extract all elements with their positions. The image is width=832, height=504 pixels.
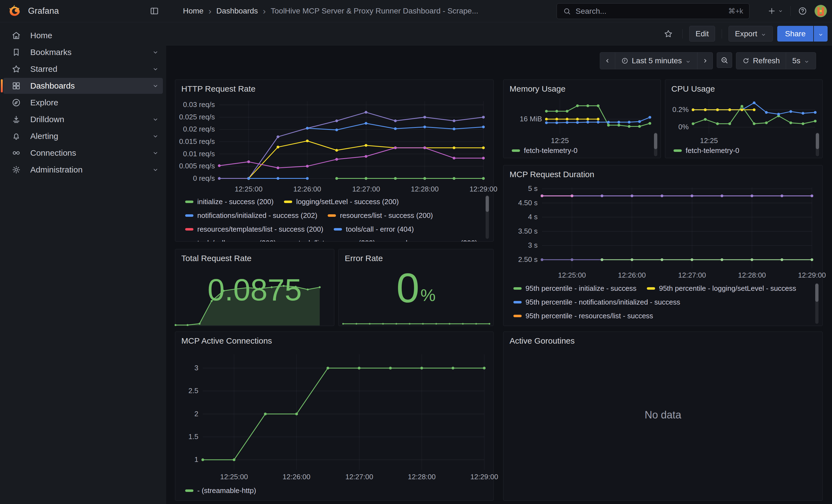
cpu-usage-legend: fetch-telemetry-0 — [674, 143, 806, 157]
legend-swatch — [513, 315, 522, 317]
panel-title[interactable]: Active Goroutines — [510, 336, 575, 346]
breadcrumb-item[interactable]: ToolHive MCP Server & Proxy Runner Dashb… — [271, 7, 478, 16]
add-button[interactable] — [768, 7, 783, 16]
mcp-active-connections-chart[interactable]: 12:25:0012:26:0012:27:0012:28:0012:29:00… — [178, 349, 491, 484]
sidebar-item-label: Connections — [30, 148, 76, 158]
http-request-rate-legend: initialize - success (200)logging/setLev… — [185, 195, 482, 242]
app-title: Grafana — [28, 6, 59, 16]
star-icon — [664, 29, 673, 38]
edit-button[interactable]: Edit — [689, 26, 715, 42]
sidebar-item-home[interactable]: Home — [3, 27, 163, 44]
legend-item[interactable]: tools/call - error (404) — [334, 225, 414, 234]
legend-item[interactable]: - (streamable-http) — [185, 486, 256, 495]
panel-mcp-active-connections: MCP Active Connections 12:25:0012:26:001… — [175, 331, 494, 501]
dock-menu-icon[interactable] — [149, 6, 159, 16]
panel-title[interactable]: MCP Request Duration — [510, 170, 594, 179]
mcp-request-duration-chart[interactable]: 12:25:0012:26:0012:27:0012:28:0012:29:00… — [506, 183, 820, 282]
zoom-out-time-button[interactable] — [717, 52, 732, 68]
legend-item[interactable]: 95th percentile - resources/templates/li… — [513, 325, 686, 326]
panel-title[interactable]: Total Request Rate — [181, 254, 252, 263]
refresh-button[interactable]: Refresh — [736, 52, 786, 69]
sidebar-item-explore[interactable]: Explore — [3, 95, 163, 111]
memory-usage-legend: fetch-telemetry-0 — [512, 143, 644, 157]
legend-swatch — [185, 214, 193, 217]
legend-item[interactable]: fetch-telemetry-0 — [674, 147, 739, 155]
error-rate-unit: % — [420, 285, 436, 305]
question-circle-icon — [798, 6, 807, 16]
panel-title[interactable]: HTTP Request Rate — [181, 84, 256, 94]
panel-title[interactable]: Memory Usage — [510, 84, 565, 94]
sidebar-item-alerting[interactable]: Alerting — [3, 128, 163, 144]
legend-item[interactable]: 95th percentile - notifications/initiali… — [513, 298, 680, 307]
favorite-star-button[interactable] — [661, 26, 676, 42]
chevron-down-icon[interactable] — [152, 82, 159, 89]
breadcrumb-item[interactable]: Dashboards — [216, 7, 258, 16]
time-range-picker[interactable]: Last 5 minutes — [615, 52, 698, 69]
chevron-down-icon[interactable] — [152, 116, 159, 123]
sidebar-item-bookmarks[interactable]: Bookmarks — [3, 44, 163, 60]
legend-item[interactable]: resources/list - success (200) — [328, 211, 433, 220]
sidebar-item-administration[interactable]: Administration — [3, 162, 163, 178]
refresh-interval-picker[interactable]: 5s — [786, 52, 816, 69]
sidebar-item-dashboards[interactable]: Dashboards — [3, 78, 163, 94]
time-shift-back-button[interactable] — [600, 52, 615, 69]
dashboard-toolbar: Edit Export Share — [166, 22, 832, 45]
chevron-down-icon[interactable] — [152, 150, 159, 157]
sidebar-item-connections[interactable]: Connections — [3, 145, 163, 161]
cpu-usage-chart[interactable]: 12:250.2%0% — [667, 95, 821, 145]
legend-swatch — [647, 287, 655, 290]
time-shift-forward-button[interactable] — [698, 52, 713, 69]
legend-item[interactable]: resources/templates/list - success (200) — [185, 225, 323, 234]
legend-scrollbar[interactable] — [816, 133, 819, 156]
legend-swatch — [513, 287, 522, 290]
panel-title[interactable]: Error Rate — [345, 254, 383, 263]
sidebar-item-label: Drilldown — [30, 115, 64, 124]
sidebar-item-starred[interactable]: Starred — [3, 61, 163, 77]
chevron-down-icon — [804, 58, 810, 64]
legend-item[interactable]: initialize - success (200) — [185, 197, 274, 206]
panel-title[interactable]: CPU Usage — [671, 84, 715, 94]
legend-item[interactable]: fetch-telemetry-0 — [512, 147, 577, 155]
legend-item[interactable]: logging/setLevel - success (200) — [284, 197, 399, 206]
breadcrumb-item[interactable]: Home — [183, 7, 204, 16]
legend-scrollbar[interactable] — [486, 195, 489, 239]
stat-value: 0.0875 — [175, 274, 334, 306]
chevron-down-icon — [685, 58, 691, 64]
legend-item[interactable]: 95th percentile - logging/setLevel - suc… — [647, 284, 796, 293]
panel-error-rate: Error Rate 0 % — [338, 249, 494, 326]
sidebar-item-label: Alerting — [30, 132, 58, 141]
top-navbar: Grafana Home›Dashboards›ToolHive MCP Ser… — [0, 0, 832, 22]
sidebar-item-drilldown[interactable]: Drilldown — [3, 111, 163, 127]
export-button[interactable]: Export — [729, 26, 773, 42]
legend-item[interactable]: 95th percentile - initialize - success — [513, 284, 636, 293]
grafana-logo-icon[interactable] — [8, 4, 22, 18]
chevron-down-icon[interactable] — [152, 133, 159, 140]
star-icon — [11, 64, 21, 74]
chevron-down-icon[interactable] — [152, 49, 159, 56]
http-request-rate-chart[interactable]: 12:25:0012:26:0012:27:0012:28:0012:29:00… — [178, 97, 491, 195]
connections-icon — [11, 148, 21, 158]
chevron-down-icon[interactable] — [152, 65, 159, 73]
refresh-interval-label: 5s — [792, 56, 800, 65]
legend-item[interactable]: unknown - success (200) — [386, 239, 477, 242]
legend-scrollbar[interactable] — [815, 283, 818, 324]
legend-item[interactable]: tools/list - success (200) — [286, 239, 375, 242]
panel-title[interactable]: MCP Active Connections — [181, 336, 272, 346]
share-menu-button[interactable] — [813, 26, 828, 42]
share-button[interactable]: Share — [777, 26, 813, 42]
legend-scrollbar[interactable] — [654, 133, 657, 156]
legend-item[interactable]: tools/call - success (200) — [185, 239, 276, 242]
panel-active-goroutines: Active Goroutines No data — [503, 331, 823, 501]
help-button[interactable] — [798, 6, 807, 16]
mcp-active-connections-legend: - (streamable-http) — [185, 484, 479, 497]
legend-item[interactable]: notifications/initialized - success (202… — [185, 211, 317, 220]
legend-item[interactable]: 95th percentile - resources/list - succe… — [513, 312, 653, 320]
memory-usage-chart[interactable]: 12:2516 MiB — [505, 95, 659, 145]
error-rate-number: 0 — [396, 267, 419, 309]
user-avatar[interactable] — [814, 5, 827, 17]
chevron-down-icon[interactable] — [152, 166, 159, 173]
no-data-message: No data — [503, 409, 822, 421]
search-input[interactable]: Search... ⌘+k — [556, 3, 750, 19]
sidebar-item-label: Starred — [30, 64, 57, 74]
compass-icon — [11, 98, 21, 107]
